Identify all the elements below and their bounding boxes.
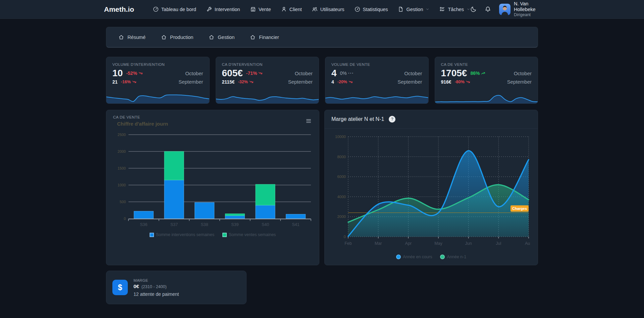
kpi-current-period: October — [185, 71, 203, 76]
trend-down-icon — [348, 80, 353, 84]
dollar-icon: $ — [112, 280, 128, 295]
nav-item-6[interactable]: Gestion — [398, 6, 429, 12]
kpi-label: CA DE VENTE — [441, 62, 532, 66]
gauge-icon — [355, 6, 360, 12]
nav-item-2[interactable]: Vente — [250, 6, 271, 12]
subnav-item-0[interactable]: Résumé — [118, 34, 146, 40]
kpi-card-3: CA DE VENTE 1705€ 86% October 916€ -80% … — [435, 57, 538, 104]
kpi-prev-period: September — [288, 79, 313, 85]
home-icon — [161, 34, 167, 40]
kpi-prev-value: 21 — [112, 79, 118, 85]
nav-item-4[interactable]: Utilisateurs — [312, 6, 344, 12]
kpi-prev-period: September — [507, 79, 532, 85]
nav-item-0[interactable]: Tableau de bord — [153, 6, 196, 12]
notifications-button[interactable] — [485, 6, 491, 12]
svg-text:6000: 6000 — [337, 175, 346, 179]
svg-text:Jul: Jul — [496, 241, 501, 246]
trend-down-icon — [258, 71, 263, 75]
area-chart: 0200040006000800010000FebMarAprMayJunJul… — [325, 129, 538, 254]
store-icon — [250, 6, 256, 12]
user-menu[interactable]: N. Van Hollebeke Dirigeant — [499, 1, 538, 17]
svg-text:Mar: Mar — [375, 241, 382, 246]
nav-item-3[interactable]: Client — [281, 6, 302, 12]
kpi-current-period: October — [514, 71, 532, 76]
svg-text:1000: 1000 — [118, 183, 126, 187]
svg-text:Apr: Apr — [405, 241, 412, 246]
marge-note: 12 attente de paiment — [133, 291, 179, 297]
user-role: Dirigeant — [514, 12, 538, 17]
svg-text:2500: 2500 — [118, 133, 126, 137]
marge-value: 0€ — [133, 283, 139, 289]
bar-chart-legend: Somme interventions semaines Somme vente… — [106, 232, 319, 237]
legend-dot-blue — [396, 255, 401, 259]
svg-text:S37: S37 — [170, 222, 178, 227]
dashboard-icon — [153, 6, 159, 12]
brand-logo[interactable]: Ameth.io — [104, 5, 134, 13]
section-subnav: RésuméProductionGestionFinancier — [106, 27, 538, 48]
kpi-current-delta: -52% — [126, 71, 143, 76]
kpi-current-period: October — [404, 71, 422, 76]
bar-chart: 05001000150020002500S36S37S38S39S40S41 — [106, 127, 319, 232]
dark-mode-toggle[interactable] — [470, 6, 477, 12]
charts-row: CA DE VENTE Chiffre d'affaire journ 0500… — [106, 110, 538, 265]
wrench-icon — [206, 6, 212, 12]
legend-swatch-green — [222, 233, 227, 237]
legend-item-annee-n-1[interactable]: Année n-1 — [440, 255, 466, 259]
kpi-current-delta: 0% ··· — [340, 71, 354, 76]
kpi-sparkline — [216, 89, 319, 103]
kpi-prev-value: 916€ — [441, 79, 451, 85]
svg-text:S36: S36 — [140, 222, 147, 227]
kpi-card-1: CA D'INTERVENTION 605€ -71% October 2115… — [216, 57, 319, 104]
top-navbar: Ameth.io Tableau de bordInterventionVent… — [0, 0, 644, 19]
home-icon — [118, 34, 124, 40]
file-icon — [398, 6, 404, 12]
kpi-prev-delta: -20% — [337, 80, 353, 84]
svg-text:2000: 2000 — [337, 215, 346, 219]
trend-down-icon — [249, 80, 254, 84]
kpi-sparkline — [435, 89, 538, 103]
svg-text:Feb: Feb — [344, 241, 352, 246]
svg-text:500: 500 — [120, 200, 126, 204]
subnav-item-1[interactable]: Production — [161, 34, 193, 40]
svg-text:1500: 1500 — [118, 166, 126, 170]
nav-item-7[interactable]: Tâches — [439, 6, 470, 12]
svg-text:8000: 8000 — [337, 155, 346, 159]
legend-item-interventions[interactable]: Somme interventions semaines — [150, 232, 214, 237]
svg-text:S41: S41 — [292, 222, 300, 227]
legend-item-ventes[interactable]: Somme ventes semaines — [222, 232, 276, 237]
legend-dot-green — [440, 255, 445, 259]
chevron-down-icon — [467, 7, 470, 11]
svg-text:Charges: Charges — [512, 207, 527, 211]
chart-menu-button[interactable] — [306, 119, 312, 124]
kpi-current-value: 10 — [112, 68, 123, 78]
trend-down-icon — [139, 71, 143, 75]
kpi-sparkline — [325, 89, 428, 103]
area-chart-legend: Année en cours Année n-1 — [325, 255, 538, 259]
kpi-current-value: 605€ — [222, 68, 243, 78]
kpi-label: VOLUME DE VENTE — [331, 62, 422, 66]
nav-item-5[interactable]: Statistiques — [355, 6, 388, 12]
svg-text:S38: S38 — [201, 222, 208, 227]
subnav-item-2[interactable]: Gestion — [209, 34, 234, 40]
kpi-prev-period: September — [397, 79, 422, 85]
user-icon — [281, 6, 287, 12]
subnav-item-3[interactable]: Financier — [250, 34, 279, 40]
chart-title: Marge atelier N et N-1 — [331, 116, 384, 122]
svg-text:May: May — [434, 241, 442, 246]
nav-item-1[interactable]: Intervention — [206, 6, 240, 12]
kpi-current-delta: 86% — [470, 71, 485, 76]
svg-text:Jun: Jun — [465, 241, 472, 246]
kpi-prev-delta: -80% — [455, 80, 470, 84]
user-name: N. Van Hollebeke — [514, 1, 538, 12]
menu-icon — [306, 119, 312, 124]
legend-item-annee-en-cours[interactable]: Année en cours — [396, 255, 432, 259]
svg-text:S40: S40 — [262, 222, 269, 227]
chart-eyebrow-label: CA DE VENTE — [113, 115, 312, 119]
trend-down-icon — [132, 80, 137, 84]
bell-icon — [485, 6, 491, 12]
kpi-current-delta: -71% — [246, 71, 263, 76]
help-icon[interactable]: ? — [389, 116, 395, 123]
kpi-current-value: 4 — [331, 68, 337, 78]
kpi-current-value: 1705€ — [441, 68, 467, 78]
marge-atelier-chart-card: Marge atelier N et N-1 ? 020004000600080… — [324, 110, 538, 265]
